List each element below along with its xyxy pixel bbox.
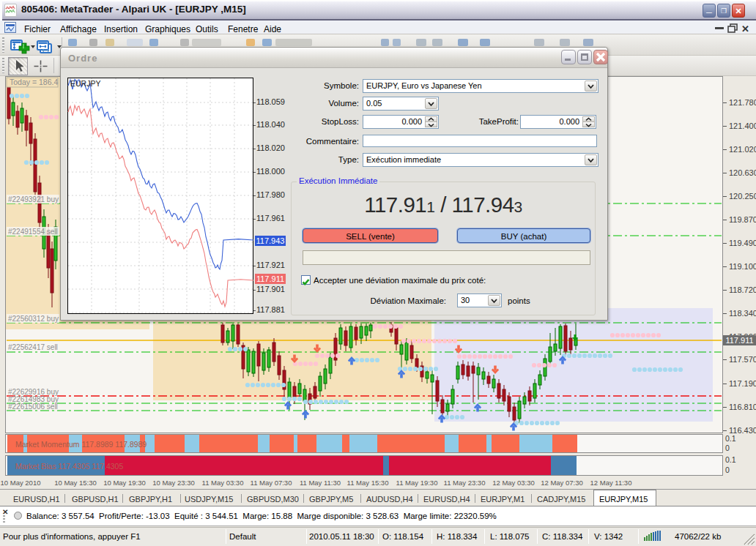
svg-text:Today = 186.4: Today = 186.4 [10,78,58,86]
svg-text:#22615006 sell: #22615006 sell [8,403,58,411]
svg-text:#22493921 buy: #22493921 buy [8,195,59,203]
svg-text:#22560312 buy: #22560312 buy [8,315,59,323]
svg-text:#22491554 sell: #22491554 sell [8,228,58,236]
svg-text:#22562417 sell: #22562417 sell [8,343,58,351]
svg-text:EURJPY: EURJPY [70,79,100,88]
